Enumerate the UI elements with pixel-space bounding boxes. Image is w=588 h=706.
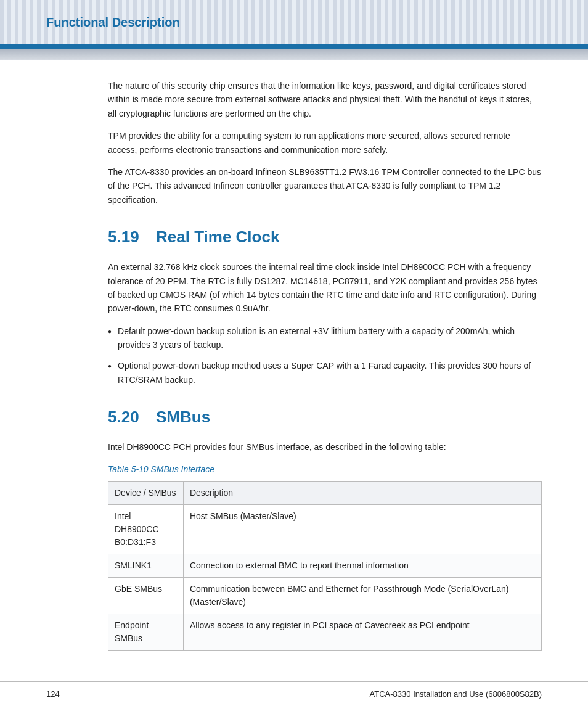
section-520-para: Intel DH8900CC PCH provides four SMBus i… <box>108 440 542 454</box>
intro-para-3: The ATCA-8330 provides an on-board Infin… <box>108 165 542 207</box>
section-519-bullets: Default power-down backup solution is an… <box>108 324 542 387</box>
intro-para-1: The nature of this security chip ensures… <box>108 79 542 120</box>
bullet-item-1: Default power-down backup solution is an… <box>108 324 542 352</box>
col-header-device: Device / SMBus <box>108 481 184 504</box>
section-520-title: SMBus <box>156 405 210 429</box>
table-row: GbE SMBusCommunication between BMC and E… <box>108 577 542 614</box>
section-519-para: An external 32.768 kHz clock sources the… <box>108 260 542 316</box>
table-row: Intel DH8900CC B0:D31:F3Host SMBus (Mast… <box>108 504 542 554</box>
table-cell-2-0: GbE SMBus <box>108 577 184 614</box>
page-title: Functional Description <box>46 13 180 31</box>
section-519-number: 5.19 <box>108 225 145 249</box>
gray-bar <box>0 49 588 60</box>
table-cell-1-0: SMLINK1 <box>108 554 184 577</box>
footer-page-number: 124 <box>46 688 60 700</box>
footer-document: ATCA-8330 Installation and Use (6806800S… <box>370 688 542 700</box>
table-cell-3-0: Endpoint SMBus <box>108 614 184 650</box>
table-cell-3-1: Allows access to any register in PCI spa… <box>183 614 541 650</box>
col-header-description: Description <box>183 481 541 504</box>
table-caption: Table 5-10 SMBus Interface <box>108 463 542 476</box>
section-519-title: Real Time Clock <box>156 225 279 249</box>
footer: 124 ATCA-8330 Installation and Use (6806… <box>0 681 588 706</box>
section-520-body: Intel DH8900CC PCH provides four SMBus i… <box>108 440 542 650</box>
section-520-number: 5.20 <box>108 405 145 429</box>
table-row: SMLINK1Connection to external BMC to rep… <box>108 554 542 577</box>
smbus-table: Device / SMBus Description Intel DH8900C… <box>108 481 542 651</box>
page-wrapper: Functional Description The nature of thi… <box>0 0 588 706</box>
intro-section: The nature of this security chip ensures… <box>108 79 542 207</box>
section-520-header: 5.20 SMBus <box>108 405 542 429</box>
section-519-body: An external 32.768 kHz clock sources the… <box>108 260 542 387</box>
table-cell-0-0: Intel DH8900CC B0:D31:F3 <box>108 504 184 554</box>
section-519-header: 5.19 Real Time Clock <box>108 225 542 249</box>
intro-para-2: TPM provides the ability for a computing… <box>108 129 542 157</box>
table-cell-1-1: Connection to external BMC to report the… <box>183 554 541 577</box>
table-header-row: Device / SMBus Description <box>108 481 542 504</box>
table-cell-2-1: Communication between BMC and Ethernet f… <box>183 577 541 614</box>
table-row: Endpoint SMBusAllows access to any regis… <box>108 614 542 650</box>
main-content: The nature of this security chip ensures… <box>0 60 588 702</box>
blue-bar <box>0 44 588 49</box>
table-cell-0-1: Host SMBus (Master/Slave) <box>183 504 541 554</box>
bullet-item-2: Optional power-down backup method uses a… <box>108 359 542 387</box>
header-pattern: Functional Description <box>0 0 588 44</box>
